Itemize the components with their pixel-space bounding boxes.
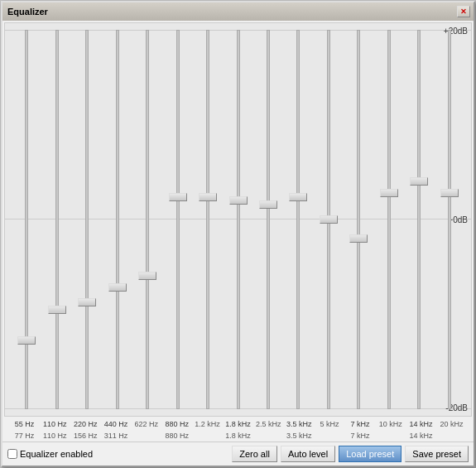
slider-thumb-8[interactable] bbox=[259, 200, 277, 209]
slider-track-11[interactable] bbox=[357, 30, 360, 409]
freq-label-top-2: 220 Hz bbox=[74, 418, 98, 430]
freq-label-bot-13: 14 kHz bbox=[410, 430, 433, 441]
freq-label-top-9: 3.5 kHz bbox=[286, 418, 312, 430]
equalizer-area: +20dB +0dB -20dB bbox=[4, 22, 472, 417]
freq-band-12: 10 kHz bbox=[375, 418, 406, 441]
slider-track-3[interactable] bbox=[116, 30, 119, 409]
freq-band-6: 1.2 kHz bbox=[192, 418, 223, 441]
slider-thumb-3[interactable] bbox=[108, 283, 127, 292]
band-2 bbox=[72, 30, 102, 409]
equalizer-enabled-label[interactable]: Equalizer enabled bbox=[7, 449, 228, 459]
slider-thumb-11[interactable] bbox=[349, 234, 368, 243]
zero-all-button[interactable]: Zero all bbox=[232, 446, 277, 462]
band-7 bbox=[223, 30, 252, 409]
freq-label-top-0: 55 Hz bbox=[15, 418, 35, 430]
slider-track-7[interactable] bbox=[237, 30, 240, 409]
slider-thumb-1[interactable] bbox=[48, 306, 66, 314]
freq-label-bot-1: 110 Hz bbox=[43, 430, 67, 441]
band-1 bbox=[41, 30, 71, 409]
band-10 bbox=[314, 30, 344, 409]
freq-labels: 55 Hz77 Hz110 Hz110 Hz220 Hz156 Hz440 Hz… bbox=[2, 418, 474, 441]
freq-label-bot-6: 1.2 kHz bbox=[195, 418, 220, 430]
freq-label-top-1: 110 Hz bbox=[43, 418, 67, 430]
slider-track-9[interactable] bbox=[296, 30, 300, 409]
freq-band-13: 14 kHz14 kHz bbox=[406, 418, 436, 441]
slider-thumb-0[interactable] bbox=[17, 336, 36, 345]
slider-track-12[interactable] bbox=[387, 30, 391, 409]
freq-band-7: 1.8 kHz1.8 kHz bbox=[223, 418, 253, 441]
band-0 bbox=[12, 30, 41, 409]
band-14 bbox=[435, 30, 464, 409]
slider-thumb-10[interactable] bbox=[320, 215, 338, 224]
freq-label-top-3: 440 Hz bbox=[104, 418, 128, 430]
equalizer-window: Equalizer ✕ +20dB +0dB -20dB 55 Hz77 Hz1… bbox=[1, 1, 475, 467]
slider-track-2[interactable] bbox=[85, 30, 89, 409]
freq-band-10: 5 kHz bbox=[315, 418, 345, 441]
slider-track-13[interactable] bbox=[417, 30, 421, 409]
freq-band-3: 440 Hz311 Hz bbox=[101, 418, 132, 441]
freq-band-14: 20 kHz bbox=[436, 418, 467, 441]
slider-track-10[interactable] bbox=[327, 30, 330, 409]
checkbox-label-text: Equalizer enabled bbox=[20, 449, 93, 459]
slider-thumb-14[interactable] bbox=[440, 189, 459, 197]
freq-label-bot-12: 10 kHz bbox=[379, 418, 402, 430]
slider-track-8[interactable] bbox=[267, 30, 270, 409]
window-title: Equalizer bbox=[7, 7, 48, 17]
band-9 bbox=[283, 30, 313, 409]
freq-label-bot-14: 20 kHz bbox=[440, 418, 463, 430]
freq-band-5: 880 Hz880 Hz bbox=[161, 418, 192, 441]
slider-thumb-7[interactable] bbox=[229, 196, 248, 205]
band-12 bbox=[374, 30, 404, 409]
freq-label-bot-11: 7 kHz bbox=[350, 430, 369, 441]
freq-label-bot-7: 1.8 kHz bbox=[225, 430, 251, 441]
freq-label-bot-2: 156 Hz bbox=[74, 430, 98, 441]
band-11 bbox=[344, 30, 373, 409]
freq-label-bot-10: 5 kHz bbox=[320, 418, 339, 430]
equalizer-enabled-checkbox[interactable] bbox=[7, 449, 17, 459]
band-13 bbox=[404, 30, 434, 409]
freq-band-0: 55 Hz77 Hz bbox=[9, 418, 40, 441]
freq-label-bot-4: 622 Hz bbox=[135, 418, 159, 430]
sliders-container bbox=[5, 23, 471, 416]
freq-band-4: 622 Hz bbox=[131, 418, 161, 441]
slider-track-5[interactable] bbox=[176, 30, 180, 409]
freq-label-top-7: 1.8 kHz bbox=[225, 418, 251, 430]
freq-band-11: 7 kHz7 kHz bbox=[344, 418, 375, 441]
slider-track-0[interactable] bbox=[25, 30, 28, 409]
auto-level-button[interactable]: Auto level bbox=[281, 446, 335, 462]
save-preset-button[interactable]: Save preset bbox=[405, 446, 469, 462]
slider-track-6[interactable] bbox=[206, 30, 209, 409]
freq-band-8: 2.5 kHz bbox=[253, 418, 284, 441]
band-4 bbox=[132, 30, 162, 409]
freq-label-bot-8: 2.5 kHz bbox=[256, 418, 281, 430]
band-5 bbox=[162, 30, 192, 409]
freq-label-top-13: 14 kHz bbox=[410, 418, 433, 430]
band-8 bbox=[253, 30, 283, 409]
freq-label-bot-5: 880 Hz bbox=[165, 430, 189, 441]
slider-thumb-5[interactable] bbox=[169, 193, 187, 201]
freq-band-9: 3.5 kHz3.5 kHz bbox=[284, 418, 315, 441]
freq-label-top-5: 880 Hz bbox=[165, 418, 189, 430]
slider-thumb-12[interactable] bbox=[380, 189, 398, 197]
slider-track-4[interactable] bbox=[146, 30, 149, 409]
slider-thumb-6[interactable] bbox=[199, 193, 217, 201]
band-6 bbox=[193, 30, 223, 409]
freq-label-top-11: 7 kHz bbox=[350, 418, 369, 430]
slider-thumb-4[interactable] bbox=[138, 272, 156, 280]
freq-label-bot-0: 77 Hz bbox=[15, 430, 35, 441]
slider-thumb-2[interactable] bbox=[78, 298, 96, 306]
close-button[interactable]: ✕ bbox=[457, 6, 470, 17]
slider-thumb-9[interactable] bbox=[289, 193, 307, 201]
slider-track-1[interactable] bbox=[55, 30, 59, 409]
load-preset-button[interactable]: Load preset bbox=[339, 446, 401, 462]
freq-band-1: 110 Hz110 Hz bbox=[40, 418, 70, 441]
bottom-bar: Equalizer enabled Zero all Auto level Lo… bbox=[2, 441, 474, 466]
freq-label-bot-9: 3.5 kHz bbox=[286, 430, 312, 441]
title-bar: Equalizer ✕ bbox=[2, 2, 474, 21]
freq-band-2: 220 Hz156 Hz bbox=[70, 418, 101, 441]
freq-label-bot-3: 311 Hz bbox=[104, 430, 128, 441]
slider-track-14[interactable] bbox=[448, 30, 451, 409]
slider-thumb-13[interactable] bbox=[410, 177, 428, 186]
band-3 bbox=[102, 30, 132, 409]
